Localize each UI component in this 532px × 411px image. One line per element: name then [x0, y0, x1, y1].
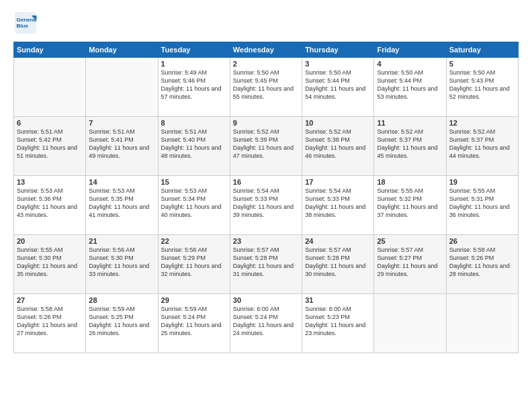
- day-info: Sunrise: 5:58 AM Sunset: 5:26 PM Dayligh…: [449, 246, 515, 279]
- weekday-saturday: Saturday: [446, 42, 518, 58]
- calendar-cell: 27Sunrise: 5:58 AM Sunset: 5:26 PM Dayli…: [14, 294, 86, 353]
- calendar-cell: 21Sunrise: 5:56 AM Sunset: 5:30 PM Dayli…: [86, 235, 158, 294]
- day-number: 28: [89, 296, 154, 304]
- calendar-week-2: 6Sunrise: 5:51 AM Sunset: 5:42 PM Daylig…: [14, 117, 519, 176]
- day-info: Sunrise: 5:50 AM Sunset: 5:44 PM Dayligh…: [305, 68, 371, 101]
- day-info: Sunrise: 5:53 AM Sunset: 5:34 PM Dayligh…: [161, 187, 227, 220]
- day-info: Sunrise: 5:55 AM Sunset: 5:30 PM Dayligh…: [17, 246, 83, 279]
- day-info: Sunrise: 5:52 AM Sunset: 5:38 PM Dayligh…: [305, 128, 371, 161]
- calendar-table: SundayMondayTuesdayWednesdayThursdayFrid…: [13, 42, 519, 353]
- calendar-cell: 9Sunrise: 5:52 AM Sunset: 5:39 PM Daylig…: [230, 117, 302, 176]
- day-number: 29: [161, 296, 227, 304]
- calendar-cell: 26Sunrise: 5:58 AM Sunset: 5:26 PM Dayli…: [446, 235, 518, 294]
- weekday-wednesday: Wednesday: [230, 42, 302, 58]
- calendar-cell: 11Sunrise: 5:52 AM Sunset: 5:37 PM Dayli…: [374, 117, 446, 176]
- day-info: Sunrise: 5:50 AM Sunset: 5:44 PM Dayligh…: [377, 68, 443, 101]
- calendar-cell: 23Sunrise: 5:57 AM Sunset: 5:28 PM Dayli…: [230, 235, 302, 294]
- calendar-cell: 16Sunrise: 5:54 AM Sunset: 5:33 PM Dayli…: [230, 176, 302, 235]
- day-info: Sunrise: 5:54 AM Sunset: 5:33 PM Dayligh…: [305, 187, 371, 220]
- calendar-cell: 24Sunrise: 5:57 AM Sunset: 5:28 PM Dayli…: [302, 235, 374, 294]
- svg-text:General: General: [17, 17, 37, 23]
- day-info: Sunrise: 5:59 AM Sunset: 5:24 PM Dayligh…: [161, 305, 227, 338]
- day-number: 2: [233, 60, 299, 68]
- day-info: Sunrise: 5:59 AM Sunset: 5:25 PM Dayligh…: [89, 305, 154, 338]
- day-number: 23: [233, 237, 299, 245]
- day-info: Sunrise: 5:53 AM Sunset: 5:36 PM Dayligh…: [17, 187, 83, 220]
- page-header: General Blue: [13, 11, 519, 35]
- calendar-week-5: 27Sunrise: 5:58 AM Sunset: 5:26 PM Dayli…: [14, 294, 519, 353]
- calendar-cell: [86, 58, 158, 117]
- day-number: 7: [89, 119, 154, 127]
- svg-text:Blue: Blue: [17, 23, 29, 29]
- day-number: 30: [233, 296, 299, 304]
- day-number: 11: [377, 119, 443, 127]
- day-info: Sunrise: 5:50 AM Sunset: 5:43 PM Dayligh…: [449, 68, 515, 101]
- calendar-cell: [14, 58, 86, 117]
- day-info: Sunrise: 5:57 AM Sunset: 5:28 PM Dayligh…: [305, 246, 371, 279]
- day-info: Sunrise: 5:51 AM Sunset: 5:41 PM Dayligh…: [89, 128, 154, 161]
- calendar-cell: 13Sunrise: 5:53 AM Sunset: 5:36 PM Dayli…: [14, 176, 86, 235]
- calendar-cell: 28Sunrise: 5:59 AM Sunset: 5:25 PM Dayli…: [86, 294, 158, 353]
- day-number: 8: [161, 119, 227, 127]
- day-info: Sunrise: 5:51 AM Sunset: 5:42 PM Dayligh…: [17, 128, 83, 161]
- day-info: Sunrise: 6:00 AM Sunset: 5:23 PM Dayligh…: [305, 305, 371, 338]
- day-number: 4: [377, 60, 443, 68]
- calendar-week-4: 20Sunrise: 5:55 AM Sunset: 5:30 PM Dayli…: [14, 235, 519, 294]
- calendar-cell: 22Sunrise: 5:56 AM Sunset: 5:29 PM Dayli…: [158, 235, 230, 294]
- day-number: 16: [233, 178, 299, 186]
- calendar-cell: 10Sunrise: 5:52 AM Sunset: 5:38 PM Dayli…: [302, 117, 374, 176]
- calendar-cell: 31Sunrise: 6:00 AM Sunset: 5:23 PM Dayli…: [302, 294, 374, 353]
- calendar-cell: 8Sunrise: 5:51 AM Sunset: 5:40 PM Daylig…: [158, 117, 230, 176]
- weekday-sunday: Sunday: [14, 42, 86, 58]
- day-info: Sunrise: 5:58 AM Sunset: 5:26 PM Dayligh…: [17, 305, 83, 338]
- day-number: 21: [89, 237, 154, 245]
- day-number: 27: [17, 296, 83, 304]
- calendar-cell: 19Sunrise: 5:55 AM Sunset: 5:31 PM Dayli…: [446, 176, 518, 235]
- day-info: Sunrise: 5:50 AM Sunset: 5:45 PM Dayligh…: [233, 68, 299, 101]
- day-number: 10: [305, 119, 371, 127]
- calendar-week-1: 1Sunrise: 5:49 AM Sunset: 5:46 PM Daylig…: [14, 58, 519, 117]
- calendar-cell: 20Sunrise: 5:55 AM Sunset: 5:30 PM Dayli…: [14, 235, 86, 294]
- day-number: 13: [17, 178, 83, 186]
- day-number: 15: [161, 178, 227, 186]
- day-number: 24: [305, 237, 371, 245]
- day-info: Sunrise: 5:51 AM Sunset: 5:40 PM Dayligh…: [161, 128, 227, 161]
- day-info: Sunrise: 5:52 AM Sunset: 5:37 PM Dayligh…: [377, 128, 443, 161]
- day-number: 5: [449, 60, 515, 68]
- calendar-cell: 4Sunrise: 5:50 AM Sunset: 5:44 PM Daylig…: [374, 58, 446, 117]
- day-number: 1: [161, 60, 227, 68]
- day-info: Sunrise: 5:55 AM Sunset: 5:31 PM Dayligh…: [449, 187, 515, 220]
- day-info: Sunrise: 5:57 AM Sunset: 5:27 PM Dayligh…: [377, 246, 443, 279]
- calendar-week-3: 13Sunrise: 5:53 AM Sunset: 5:36 PM Dayli…: [14, 176, 519, 235]
- day-number: 6: [17, 119, 83, 127]
- calendar-cell: [374, 294, 446, 353]
- day-number: 18: [377, 178, 443, 186]
- logo: General Blue: [13, 11, 38, 35]
- day-number: 3: [305, 60, 371, 68]
- calendar-cell: 12Sunrise: 5:52 AM Sunset: 5:37 PM Dayli…: [446, 117, 518, 176]
- day-number: 22: [161, 237, 227, 245]
- day-info: Sunrise: 5:57 AM Sunset: 5:28 PM Dayligh…: [233, 246, 299, 279]
- day-number: 25: [377, 237, 443, 245]
- weekday-tuesday: Tuesday: [158, 42, 230, 58]
- day-info: Sunrise: 5:55 AM Sunset: 5:32 PM Dayligh…: [377, 187, 443, 220]
- weekday-header-row: SundayMondayTuesdayWednesdayThursdayFrid…: [14, 42, 519, 58]
- calendar-cell: 18Sunrise: 5:55 AM Sunset: 5:32 PM Dayli…: [374, 176, 446, 235]
- day-info: Sunrise: 5:49 AM Sunset: 5:46 PM Dayligh…: [161, 68, 227, 101]
- calendar-cell: 25Sunrise: 5:57 AM Sunset: 5:27 PM Dayli…: [374, 235, 446, 294]
- weekday-friday: Friday: [374, 42, 446, 58]
- day-number: 20: [17, 237, 83, 245]
- day-info: Sunrise: 5:52 AM Sunset: 5:39 PM Dayligh…: [233, 128, 299, 161]
- day-number: 14: [89, 178, 154, 186]
- day-number: 12: [449, 119, 515, 127]
- day-info: Sunrise: 5:52 AM Sunset: 5:37 PM Dayligh…: [449, 128, 515, 161]
- calendar-cell: 5Sunrise: 5:50 AM Sunset: 5:43 PM Daylig…: [446, 58, 518, 117]
- day-number: 31: [305, 296, 371, 304]
- day-number: 19: [449, 178, 515, 186]
- calendar-cell: 17Sunrise: 5:54 AM Sunset: 5:33 PM Dayli…: [302, 176, 374, 235]
- day-info: Sunrise: 6:00 AM Sunset: 5:24 PM Dayligh…: [233, 305, 299, 338]
- day-number: 17: [305, 178, 371, 186]
- calendar-cell: 15Sunrise: 5:53 AM Sunset: 5:34 PM Dayli…: [158, 176, 230, 235]
- calendar-cell: 29Sunrise: 5:59 AM Sunset: 5:24 PM Dayli…: [158, 294, 230, 353]
- calendar-cell: 2Sunrise: 5:50 AM Sunset: 5:45 PM Daylig…: [230, 58, 302, 117]
